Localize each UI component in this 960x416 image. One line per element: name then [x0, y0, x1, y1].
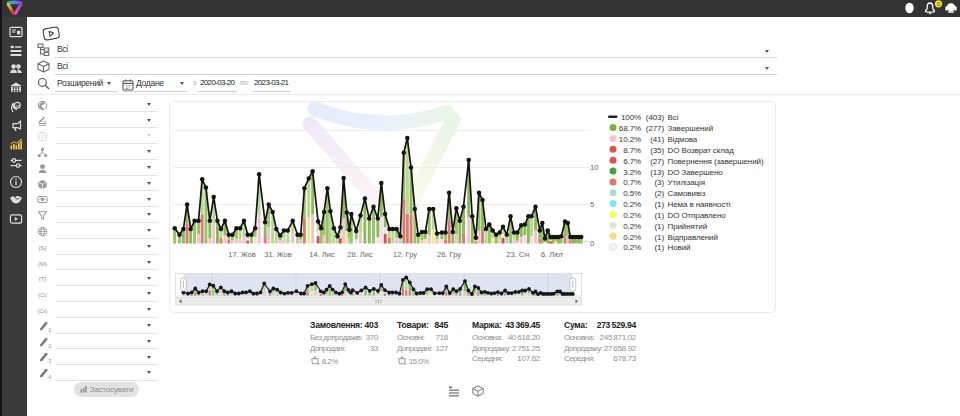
svg-text:{S}: {S}: [39, 244, 47, 250]
svg-text:x: x: [318, 361, 321, 365]
svg-text:(1): (1): [655, 200, 665, 209]
svg-text:(1): (1): [655, 222, 665, 231]
svg-text:0: 0: [590, 239, 594, 248]
svg-text:26. Гру: 26. Гру: [437, 250, 461, 259]
svg-text:100%: 100%: [621, 113, 641, 122]
svg-text:0.2%: 0.2%: [623, 233, 641, 242]
svg-text:0.7%: 0.7%: [623, 178, 641, 187]
svg-text:(1): (1): [655, 211, 665, 220]
svg-text:6.7%: 6.7%: [623, 157, 641, 166]
svg-text:?: ?: [41, 133, 45, 140]
svg-text:(35): (35): [650, 146, 664, 155]
svg-text:(27): (27): [650, 157, 664, 166]
svg-text:(277): (277): [646, 124, 665, 133]
svg-text:Нема в наявності: Нема в наявності: [668, 200, 731, 209]
svg-text:(13): (13): [650, 168, 664, 177]
svg-text:{Cs}: {Cs}: [38, 308, 48, 314]
svg-text:31. Жов: 31. Жов: [264, 250, 292, 259]
svg-text:6. Лют: 6. Лют: [541, 250, 564, 259]
svg-text:1: 1: [48, 327, 51, 332]
svg-text:{Ct}: {Ct}: [38, 292, 47, 298]
svg-text:2: 2: [48, 342, 51, 347]
svg-text:(1): (1): [655, 243, 665, 252]
svg-text:Завершений: Завершений: [668, 124, 714, 133]
svg-text:Новий: Новий: [668, 243, 691, 252]
svg-text:(1): (1): [655, 233, 665, 242]
svg-text:{M}: {M}: [38, 260, 47, 266]
svg-text:3.2%: 3.2%: [623, 168, 641, 177]
svg-text:0.2%: 0.2%: [623, 222, 641, 231]
svg-text:10: 10: [590, 163, 598, 172]
svg-text:5: 5: [590, 200, 594, 209]
svg-text:23. Січ: 23. Січ: [506, 250, 530, 259]
svg-text:Прийнятий: Прийнятий: [668, 222, 708, 231]
svg-text:0.2%: 0.2%: [623, 211, 641, 220]
svg-text:14. Лис: 14. Лис: [309, 250, 335, 259]
svg-text:DO Отправлено: DO Отправлено: [668, 211, 727, 220]
svg-text:0.2%: 0.2%: [623, 200, 641, 209]
svg-text:Всі: Всі: [668, 113, 679, 122]
svg-text:17. Жов: 17. Жов: [228, 250, 256, 259]
svg-text:Утилізація: Утилізація: [668, 178, 705, 187]
svg-text:DO Возврат склад: DO Возврат склад: [668, 146, 735, 155]
svg-text:12. Гру: 12. Гру: [393, 250, 417, 259]
svg-text:Відмова: Відмова: [668, 135, 698, 144]
svg-text:(41): (41): [650, 135, 664, 144]
svg-text:0.5%: 0.5%: [623, 189, 641, 198]
svg-text:x: x: [405, 361, 408, 365]
svg-text:Повернення (завершений): Повернення (завершений): [668, 157, 764, 166]
svg-text:28. Лис: 28. Лис: [347, 250, 373, 259]
svg-text:4: 4: [48, 374, 51, 379]
svg-text:0.2%: 0.2%: [623, 243, 641, 252]
svg-text:8.7%: 8.7%: [623, 146, 641, 155]
svg-text:17: 17: [125, 83, 131, 89]
svg-text:(3): (3): [655, 178, 665, 187]
svg-text:68.7%: 68.7%: [619, 124, 641, 133]
svg-text:3: 3: [48, 358, 51, 363]
svg-text:10.2%: 10.2%: [619, 135, 641, 144]
svg-text:Самовивіз: Самовивіз: [668, 189, 706, 198]
svg-text:DO Завершено: DO Завершено: [668, 168, 724, 177]
svg-text:{T}: {T}: [39, 276, 47, 282]
svg-text:(403): (403): [646, 113, 665, 122]
svg-text:(2): (2): [655, 189, 665, 198]
svg-text:Відправлений: Відправлений: [668, 233, 718, 242]
svg-text:0: 0: [937, 1, 940, 7]
